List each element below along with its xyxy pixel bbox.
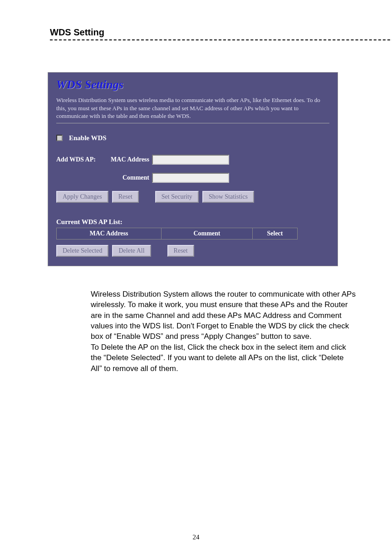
page-number: 24 bbox=[0, 533, 392, 541]
panel-title: WDS Settings bbox=[56, 78, 329, 92]
current-wds-ap-list-label: Current WDS AP List: bbox=[56, 218, 329, 226]
wds-settings-panel: WDS Settings Wireless Distribution Syste… bbox=[48, 72, 338, 266]
mac-address-input[interactable] bbox=[152, 155, 229, 165]
delete-selected-button[interactable]: Delete Selected bbox=[56, 245, 108, 257]
body-paragraph-1: Wireless Distribution System allows the … bbox=[91, 289, 356, 342]
show-statistics-button[interactable]: Show Statistics bbox=[202, 191, 254, 203]
body-text: Wireless Distribution System allows the … bbox=[91, 289, 356, 374]
table-header-comment: Comment bbox=[162, 228, 253, 239]
panel-description: Wireless Distribution System uses wirele… bbox=[56, 96, 329, 120]
enable-wds-label: Enable WDS bbox=[69, 134, 107, 142]
add-wds-ap-label: Add WDS AP: bbox=[56, 156, 106, 163]
reset-button[interactable]: Reset bbox=[112, 191, 139, 203]
panel-divider bbox=[56, 123, 329, 123]
body-paragraph-2: To Delete the AP on the list, Click the … bbox=[91, 342, 356, 374]
table-header-select: Select bbox=[253, 228, 297, 239]
mac-address-label: MAC Address bbox=[106, 156, 152, 163]
heading-underline bbox=[50, 39, 392, 40]
reset-list-button[interactable]: Reset bbox=[167, 245, 194, 257]
section-heading: WDS Setting bbox=[50, 27, 392, 38]
set-security-button[interactable]: Set Security bbox=[155, 191, 199, 203]
delete-all-button[interactable]: Delete All bbox=[112, 245, 151, 257]
apply-changes-button[interactable]: Apply Changes bbox=[56, 191, 108, 203]
table-header-mac: MAC Address bbox=[57, 228, 162, 239]
comment-input[interactable] bbox=[152, 173, 229, 183]
comment-label: Comment bbox=[56, 174, 152, 181]
enable-wds-checkbox[interactable] bbox=[56, 135, 63, 141]
wds-ap-table: MAC Address Comment Select bbox=[56, 228, 298, 239]
